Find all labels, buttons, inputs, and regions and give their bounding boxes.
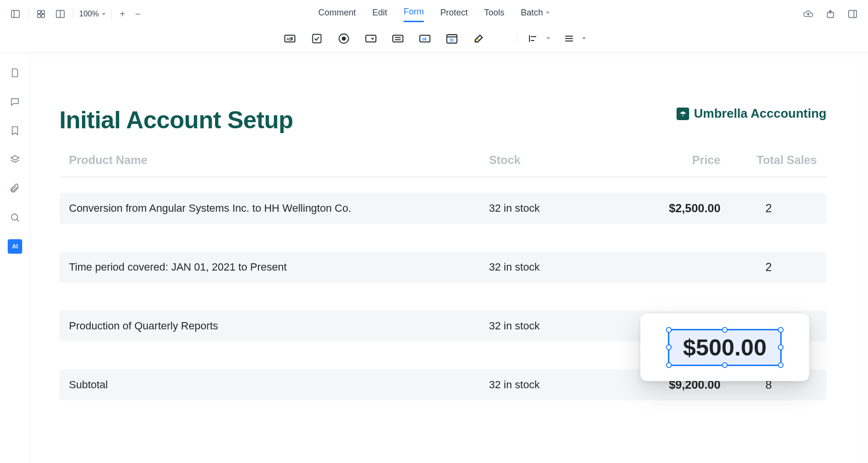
divider — [28, 9, 28, 19]
tab-batch[interactable]: Batch — [521, 8, 550, 22]
checkbox-tool[interactable] — [310, 31, 324, 46]
resize-handle[interactable] — [778, 344, 784, 350]
share-icon[interactable] — [824, 7, 837, 21]
col-total: Total Sales — [720, 153, 817, 167]
svg-rect-3 — [41, 11, 44, 14]
resize-handle[interactable] — [666, 344, 672, 350]
svg-rect-9 — [849, 11, 857, 18]
tab-comment[interactable]: Comment — [318, 8, 356, 22]
left-sidebar: AI — [0, 53, 30, 463]
cell-stock: 32 in stock — [489, 320, 595, 332]
tab-protect[interactable]: Protect — [440, 8, 468, 22]
svg-point-32 — [12, 214, 18, 220]
layers-icon[interactable] — [8, 152, 22, 167]
table-header: Product Name Stock Price Total Sales — [59, 153, 827, 177]
menu-tabs: Comment Edit Form Protect Tools Batch — [318, 7, 550, 22]
svg-line-33 — [17, 219, 19, 222]
chevron-down-icon[interactable] — [546, 37, 550, 40]
cell-name: Subtotal — [69, 379, 489, 391]
cell-count: 2 — [720, 202, 817, 215]
resize-handle[interactable] — [722, 362, 728, 368]
svg-rect-14 — [312, 34, 321, 42]
two-page-icon[interactable] — [54, 7, 67, 21]
resize-handle[interactable] — [666, 362, 672, 368]
col-product-name: Product Name — [69, 153, 489, 167]
svg-rect-5 — [41, 14, 44, 17]
signature-tool[interactable] — [472, 31, 486, 46]
zoom-out-button[interactable]: − — [133, 9, 143, 20]
grid-icon[interactable] — [34, 7, 48, 21]
selected-field-value: $500.00 — [683, 335, 767, 360]
svg-point-16 — [341, 36, 346, 41]
zoom-in-button[interactable]: + — [118, 9, 127, 20]
tab-edit[interactable]: Edit — [372, 8, 387, 22]
cell-stock: 32 in stock — [489, 379, 595, 391]
document-title: Initial Account Setup — [59, 106, 293, 134]
text-field-tool[interactable]: AB — [283, 31, 297, 46]
tab-form[interactable]: Form — [404, 7, 424, 22]
document-page: Initial Account Setup ☂ Umbrella Acccoun… — [30, 63, 860, 463]
table-row: Time period covered: JAN 01, 2021 to Pre… — [59, 252, 827, 283]
svg-text:31: 31 — [449, 38, 454, 42]
document-canvas[interactable]: Initial Account Setup ☂ Umbrella Acccoun… — [30, 53, 868, 463]
svg-rect-18 — [393, 35, 403, 42]
chevron-down-icon — [546, 12, 550, 14]
cell-count: 2 — [720, 260, 817, 274]
resize-handle[interactable] — [778, 327, 784, 333]
align-left-tool[interactable] — [526, 31, 541, 46]
page-icon[interactable] — [8, 66, 22, 80]
cell-name: Time period covered: JAN 01, 2021 to Pre… — [69, 261, 489, 273]
divider — [111, 9, 112, 19]
cell-name: Conversion from Angular Systems Inc. to … — [69, 202, 489, 215]
brand-name: Umbrella Acccounting — [694, 106, 827, 121]
brand-logo-icon: ☂ — [677, 108, 689, 120]
svg-text:AB: AB — [286, 37, 292, 41]
distribute-tool[interactable] — [562, 31, 576, 46]
selected-field-overlay[interactable]: $500.00 — [640, 313, 809, 381]
app-window: 100% + − Comment Edit Form Protect Tools… — [0, 0, 868, 463]
selected-text-field[interactable]: $500.00 — [668, 329, 782, 366]
divider — [73, 9, 73, 19]
svg-text:ok: ok — [422, 37, 427, 41]
tab-tools[interactable]: Tools — [484, 8, 504, 22]
cell-name: Production of Quarterly Reports — [69, 320, 489, 332]
resize-handle[interactable] — [722, 327, 728, 333]
chevron-down-icon[interactable] — [582, 37, 586, 40]
radio-tool[interactable] — [337, 31, 351, 46]
date-tool[interactable]: 31 — [445, 31, 459, 46]
svg-rect-4 — [38, 14, 41, 17]
attachment-icon[interactable] — [8, 181, 22, 196]
panel-left-icon[interactable] — [9, 7, 22, 21]
form-toolbar: AB ok 31 — [0, 24, 868, 53]
table-row: Conversion from Angular Systems Inc. to … — [59, 193, 827, 224]
col-stock: Stock — [489, 153, 595, 167]
zoom-level[interactable]: 100% — [79, 10, 106, 18]
body: AI Initial Account Setup ☂ Umbrella Accc… — [0, 53, 868, 463]
dropdown-tool[interactable] — [364, 31, 378, 46]
cloud-upload-icon[interactable] — [801, 7, 815, 21]
cell-price: $2,500.00 — [595, 202, 720, 215]
search-icon[interactable] — [8, 210, 22, 225]
svg-rect-2 — [38, 11, 41, 14]
divider — [517, 33, 517, 44]
cell-stock: 32 in stock — [489, 202, 595, 215]
svg-rect-17 — [366, 35, 376, 42]
panel-right-icon[interactable] — [846, 7, 859, 21]
svg-rect-0 — [12, 11, 20, 18]
resize-handle[interactable] — [778, 362, 784, 368]
list-tool[interactable] — [391, 31, 405, 46]
ai-icon[interactable]: AI — [8, 239, 22, 254]
brand: ☂ Umbrella Acccounting — [677, 106, 827, 121]
bookmark-icon[interactable] — [8, 123, 22, 138]
topbar: 100% + − Comment Edit Form Protect Tools… — [0, 0, 868, 24]
resize-handle[interactable] — [666, 327, 672, 333]
chevron-down-icon — [102, 13, 106, 15]
comment-icon[interactable] — [8, 95, 22, 109]
cell-stock: 32 in stock — [489, 261, 595, 273]
col-price: Price — [595, 153, 720, 167]
button-tool[interactable]: ok — [418, 31, 432, 46]
